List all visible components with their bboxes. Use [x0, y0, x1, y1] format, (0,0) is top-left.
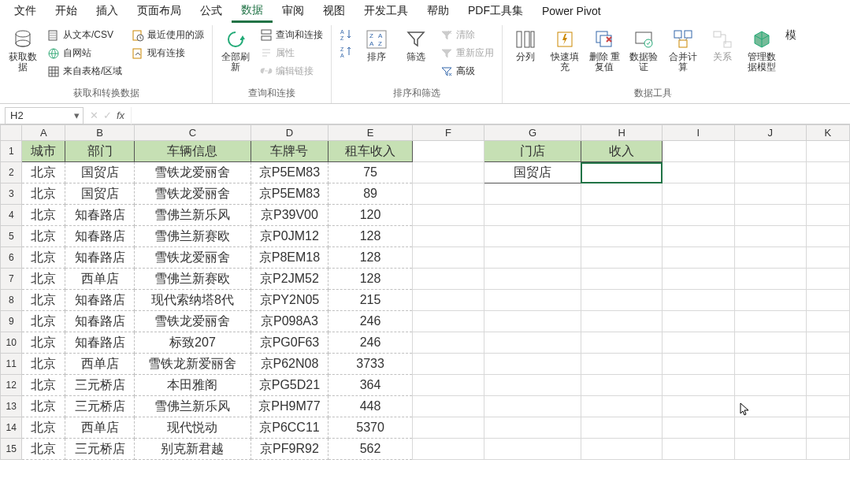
- cell[interactable]: [484, 183, 581, 205]
- cell[interactable]: [412, 269, 484, 290]
- remove-dup-button[interactable]: 删除 重复值: [586, 27, 622, 74]
- cell[interactable]: [412, 141, 484, 162]
- filter-button[interactable]: 筛选: [398, 27, 434, 64]
- spreadsheet-grid[interactable]: ABCDEFGHIJK1城市部门车辆信息车牌号租车收入门店收入2北京国贸店雪铁龙…: [0, 124, 850, 460]
- cell[interactable]: 京PG5D21: [251, 375, 328, 396]
- cell[interactable]: 246: [328, 332, 412, 354]
- cell[interactable]: [412, 332, 484, 354]
- cell[interactable]: [412, 247, 484, 269]
- cell[interactable]: [806, 375, 849, 396]
- cell[interactable]: [806, 354, 849, 375]
- menu-item-帮助[interactable]: 帮助: [418, 1, 458, 21]
- cell[interactable]: 120: [328, 205, 412, 226]
- cell[interactable]: [734, 439, 806, 460]
- cell[interactable]: [412, 226, 484, 247]
- cell[interactable]: 三元桥店: [65, 375, 135, 396]
- cell[interactable]: 雪铁龙爱丽舍: [135, 247, 251, 269]
- cell[interactable]: [581, 269, 662, 290]
- cell[interactable]: 知春路店: [65, 332, 135, 354]
- cell[interactable]: [663, 162, 734, 183]
- cell[interactable]: [806, 269, 849, 290]
- cell[interactable]: 北京: [22, 332, 65, 354]
- cell[interactable]: [734, 205, 806, 226]
- cell[interactable]: 国贸店: [65, 183, 135, 205]
- cell[interactable]: 京PH9M77: [251, 396, 328, 417]
- col-header-A[interactable]: A: [22, 125, 65, 141]
- cell[interactable]: 5370: [328, 417, 412, 439]
- col-header-B[interactable]: B: [65, 125, 135, 141]
- recent-sources-button[interactable]: 最近使用的源: [128, 27, 207, 43]
- cell[interactable]: [484, 290, 581, 311]
- cell[interactable]: 国贸店: [65, 162, 135, 183]
- sort-za-button[interactable]: ZA: [336, 44, 355, 60]
- cell[interactable]: [484, 439, 581, 460]
- cell[interactable]: 北京: [22, 205, 65, 226]
- cell[interactable]: [581, 226, 662, 247]
- cell[interactable]: [734, 354, 806, 375]
- cell[interactable]: 北京: [22, 375, 65, 396]
- cell[interactable]: [412, 205, 484, 226]
- col-header-C[interactable]: C: [135, 125, 251, 141]
- cell[interactable]: [663, 417, 734, 439]
- menu-item-开始[interactable]: 开始: [46, 1, 87, 21]
- cell[interactable]: 246: [328, 311, 412, 332]
- cell[interactable]: 标致207: [135, 332, 251, 354]
- cell[interactable]: [663, 141, 734, 162]
- row-header[interactable]: 11: [1, 354, 22, 375]
- cell[interactable]: [412, 183, 484, 205]
- data-validation-button[interactable]: 数据验 证: [625, 27, 662, 74]
- cell[interactable]: [663, 332, 734, 354]
- cell[interactable]: 部门: [65, 141, 135, 162]
- row-header[interactable]: 7: [1, 269, 22, 290]
- cell[interactable]: [581, 439, 662, 460]
- get-data-button[interactable]: 获取数 据: [5, 27, 41, 74]
- cell[interactable]: 现代悦动: [135, 417, 251, 439]
- cell[interactable]: 128: [328, 226, 412, 247]
- row-header[interactable]: 13: [1, 396, 22, 417]
- more-button[interactable]: 模: [783, 27, 799, 42]
- cell[interactable]: [581, 354, 662, 375]
- menu-item-开发工具[interactable]: 开发工具: [354, 1, 418, 21]
- cell[interactable]: [412, 375, 484, 396]
- cell[interactable]: 别克新君越: [135, 439, 251, 460]
- cell[interactable]: [734, 141, 806, 162]
- existing-conn-button[interactable]: 现有连接: [128, 45, 207, 61]
- cell[interactable]: [806, 226, 849, 247]
- cell[interactable]: 知春路店: [65, 290, 135, 311]
- cell[interactable]: 车辆信息: [135, 141, 251, 162]
- refresh-all-button[interactable]: 全部刷新: [217, 27, 254, 74]
- cell[interactable]: 89: [328, 183, 412, 205]
- cell[interactable]: [484, 226, 581, 247]
- row-header[interactable]: 12: [1, 375, 22, 396]
- cell[interactable]: 北京: [22, 269, 65, 290]
- cell[interactable]: [734, 396, 806, 417]
- cell[interactable]: [484, 205, 581, 226]
- cell[interactable]: [806, 311, 849, 332]
- row-header[interactable]: 2: [1, 162, 22, 183]
- select-all-corner[interactable]: [1, 125, 22, 141]
- cell[interactable]: [412, 417, 484, 439]
- advanced-button[interactable]: 高级: [437, 63, 497, 80]
- cell[interactable]: 知春路店: [65, 226, 135, 247]
- row-header[interactable]: 5: [1, 226, 22, 247]
- cell[interactable]: [663, 183, 734, 205]
- cell[interactable]: 562: [328, 439, 412, 460]
- cell[interactable]: 现代索纳塔8代: [135, 290, 251, 311]
- cell[interactable]: [734, 183, 806, 205]
- menu-item-公式[interactable]: 公式: [191, 1, 232, 21]
- from-web-button[interactable]: 自网站: [44, 45, 125, 61]
- cell[interactable]: [806, 247, 849, 269]
- col-header-E[interactable]: E: [328, 125, 412, 141]
- cell[interactable]: 租车收入: [328, 141, 412, 162]
- menu-item-文件[interactable]: 文件: [5, 1, 46, 21]
- menu-item-视图[interactable]: 视图: [314, 1, 354, 21]
- cell[interactable]: 京P39V00: [251, 205, 328, 226]
- cell[interactable]: 京PG0F63: [251, 332, 328, 354]
- cell[interactable]: [806, 162, 849, 183]
- cell[interactable]: 北京: [22, 247, 65, 269]
- cell[interactable]: 京P098A3: [251, 311, 328, 332]
- flash-fill-button[interactable]: 快速填充: [547, 27, 583, 74]
- cell[interactable]: [581, 311, 662, 332]
- row-header[interactable]: 1: [1, 141, 22, 162]
- menu-item-插入[interactable]: 插入: [87, 1, 128, 21]
